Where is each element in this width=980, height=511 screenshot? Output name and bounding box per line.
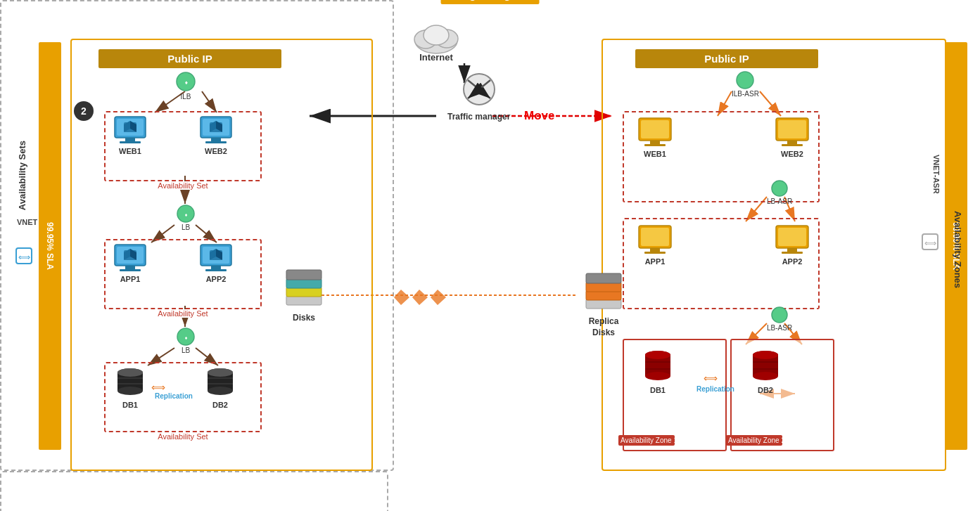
svg-point-88 (737, 72, 753, 89)
target-replication-arrows: ⟺ (704, 373, 718, 384)
target-web2-label: WEB2 (774, 150, 810, 158)
target-app2-node: APP2 (774, 224, 810, 266)
svg-point-120 (753, 351, 778, 359)
target-web1-node: WEB1 (637, 116, 673, 158)
source-disks-label: Disks (283, 313, 325, 323)
source-avail-sets-label: Availability Sets (17, 141, 27, 210)
svg-point-102 (772, 307, 787, 323)
source-db2-label: DB2 (204, 401, 236, 409)
svg-point-70 (117, 368, 143, 377)
svg-rect-100 (644, 252, 666, 254)
svg-point-84 (424, 25, 449, 45)
diagram-container: Source Region Public IP 2 ⬧ ILB Availabi… (0, 0, 980, 511)
svg-rect-106 (778, 228, 806, 246)
svg-rect-46 (125, 266, 135, 269)
target-avail-zone-2-label: Availability Zone 2 (726, 435, 782, 446)
target-db1-node: DB1 (642, 348, 674, 394)
svg-text:⟺: ⟺ (924, 238, 936, 248)
target-lb-asr-app-label: LB-ASR (767, 324, 792, 332)
svg-marker-126 (412, 290, 428, 305)
svg-rect-37 (205, 141, 227, 143)
target-vnet-asr-icon: ⟺ (920, 232, 940, 254)
source-web1-label: WEB1 (113, 147, 148, 155)
svg-rect-97 (778, 120, 806, 138)
target-db2-node: DB2 (749, 348, 782, 394)
target-web2-node: WEB2 (774, 116, 810, 158)
svg-text:⟺: ⟺ (18, 252, 30, 262)
source-app-avail-set-label: Availability Set (155, 309, 210, 318)
target-avail-zone-2: Availability Zone 2 (730, 339, 834, 451)
svg-point-113 (645, 372, 670, 380)
svg-rect-64 (286, 270, 322, 280)
target-lb-asr-app-badge: LB-ASR (767, 306, 792, 332)
source-lb2-label: LB (172, 347, 199, 354)
svg-rect-28 (125, 138, 135, 141)
source-app1-node: APP1 (113, 242, 148, 283)
source-vnet-icon: ⟺ (14, 246, 34, 269)
source-replication-label: Replication (155, 392, 193, 400)
source-ilb-badge: ⬧ ILB (172, 70, 199, 101)
target-region-label: Target Region (443, 0, 537, 4)
target-avail-zone-1: Availability Zone 1 (623, 339, 727, 451)
traffic-manager-group: Traffic manager (447, 70, 510, 122)
target-public-ip-bar: Public IP (635, 49, 818, 68)
svg-point-114 (645, 351, 670, 359)
source-ilb-label: ILB (172, 93, 199, 101)
svg-point-76 (208, 368, 233, 377)
source-db2-node: DB2 (204, 366, 236, 409)
svg-text:⬧: ⬧ (184, 79, 188, 86)
svg-rect-54 (211, 266, 221, 269)
svg-rect-90 (650, 141, 660, 144)
svg-rect-92 (641, 120, 669, 138)
svg-rect-99 (650, 248, 660, 252)
source-replication-arrows: ⟺ (151, 382, 165, 393)
source-sla-bar: 99.95% SLA (39, 42, 61, 450)
svg-rect-47 (120, 269, 141, 271)
source-web1-node: WEB1 (113, 115, 148, 155)
source-db-avail-set-label: Availability Set (155, 432, 210, 441)
source-app2-node: APP2 (198, 242, 234, 283)
target-web1-label: WEB1 (637, 150, 673, 158)
svg-rect-101 (641, 228, 669, 246)
target-replication-label: Replication (696, 385, 734, 393)
svg-point-119 (753, 372, 778, 380)
move-label: Move (524, 109, 554, 123)
svg-text:⬧: ⬧ (184, 212, 188, 218)
svg-rect-36 (211, 138, 221, 141)
source-db1-label: DB1 (114, 401, 146, 409)
svg-rect-55 (205, 269, 227, 271)
svg-rect-29 (120, 141, 141, 143)
target-db2-label: DB2 (749, 386, 782, 394)
svg-marker-125 (394, 290, 409, 305)
source-disks: Disks (283, 267, 325, 323)
replica-disks: ReplicaDisks (583, 271, 625, 338)
source-vnet-label: VNET (17, 218, 37, 226)
target-avail-zones-label: Availability Zones (953, 211, 963, 288)
source-web2-label: WEB2 (198, 147, 234, 155)
svg-rect-91 (644, 144, 666, 146)
svg-rect-104 (787, 248, 797, 252)
svg-point-69 (117, 387, 143, 395)
source-lb1-badge: ⬧ LB (172, 204, 199, 231)
target-app1-label: APP1 (637, 257, 673, 266)
target-avail-zone-1-label: Availability Zone 1 (618, 435, 675, 446)
source-app2-label: APP2 (198, 275, 234, 283)
svg-rect-110 (586, 273, 621, 283)
source-lb2-badge: ⬧ LB (172, 327, 199, 354)
source-db1-node: DB1 (114, 366, 146, 409)
target-ilb-asr-badge: ILB-ASR (732, 70, 759, 98)
replication-chevrons (394, 290, 446, 305)
target-outer-box: Target Region (0, 471, 388, 511)
target-lb-asr-web-label: LB-ASR (767, 198, 792, 205)
target-ilb-asr-label: ILB-ASR (732, 90, 759, 98)
traffic-manager-label: Traffic manager (447, 112, 510, 122)
source-web2-node: WEB2 (198, 115, 234, 155)
target-vnet-asr-label: VNET-ASR (932, 155, 941, 194)
replica-disks-label: ReplicaDisks (583, 316, 625, 338)
svg-rect-96 (782, 144, 803, 146)
svg-text:⬧: ⬧ (184, 335, 188, 341)
number-circle: 2 (74, 101, 94, 121)
target-db1-label: DB1 (642, 386, 674, 394)
svg-rect-105 (782, 252, 803, 254)
source-app1-label: APP1 (113, 275, 148, 283)
